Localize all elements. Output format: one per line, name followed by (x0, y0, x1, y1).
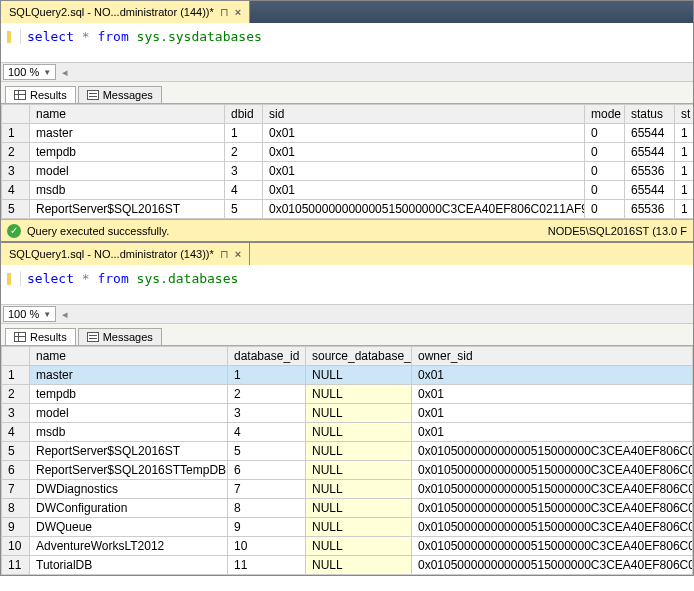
cell-source-db[interactable]: NULL (306, 537, 412, 556)
table-row[interactable]: 5ReportServer$SQL2016ST5NULL0x0105000000… (2, 442, 693, 461)
cell-owner-sid[interactable]: 0x01 (412, 385, 693, 404)
cell-sid[interactable]: 0x01 (263, 143, 585, 162)
cell-owner-sid[interactable]: 0x010500000000000515000000C3CEA40EF806C0… (412, 480, 693, 499)
cell-name[interactable]: tempdb (30, 143, 225, 162)
cell-sid[interactable]: 0x010500000000000515000000C3CEA40EF806C0… (263, 200, 585, 219)
cell-database-id[interactable]: 4 (228, 423, 306, 442)
tab-messages[interactable]: Messages (78, 86, 162, 103)
cell-mode[interactable]: 0 (585, 162, 625, 181)
table-row[interactable]: 4msdb40x010655441 (2, 181, 694, 200)
cell-owner-sid[interactable]: 0x01 (412, 366, 693, 385)
pin-icon[interactable]: ⊓ (220, 6, 229, 19)
cell-name[interactable]: msdb (30, 181, 225, 200)
table-row[interactable]: 3model30x010655361 (2, 162, 694, 181)
col-rownum[interactable] (2, 347, 30, 366)
cell-sid[interactable]: 0x01 (263, 162, 585, 181)
cell-source-db[interactable]: NULL (306, 518, 412, 537)
cell-source-db[interactable]: NULL (306, 556, 412, 575)
cell-status[interactable]: 65536 (625, 162, 675, 181)
table-row[interactable]: 7DWDiagnostics7NULL0x0105000000000005150… (2, 480, 693, 499)
cell-status[interactable]: 65544 (625, 124, 675, 143)
cell-name[interactable]: master (30, 124, 225, 143)
cell-name[interactable]: ReportServer$SQL2016ST (30, 442, 228, 461)
cell-mode[interactable]: 0 (585, 124, 625, 143)
cell-database-id[interactable]: 8 (228, 499, 306, 518)
table-row[interactable]: 4msdb4NULL0x01 (2, 423, 693, 442)
col-owner-sid[interactable]: owner_sid (412, 347, 693, 366)
cell-source-db[interactable]: NULL (306, 404, 412, 423)
cell-name[interactable]: master (30, 366, 228, 385)
cell-mode[interactable]: 0 (585, 200, 625, 219)
cell-st[interactable]: 1 (675, 200, 694, 219)
pane1-tab[interactable]: SQLQuery2.sql - NO...dministrator (144))… (1, 1, 250, 23)
cell-source-db[interactable]: NULL (306, 423, 412, 442)
cell-owner-sid[interactable]: 0x010500000000000515000000C3CEA40EF806C0… (412, 442, 693, 461)
cell-st[interactable]: 1 (675, 143, 694, 162)
cell-st[interactable]: 1 (675, 181, 694, 200)
cell-name[interactable]: AdventureWorksLT2012 (30, 537, 228, 556)
col-database-id[interactable]: database_id (228, 347, 306, 366)
tab-results[interactable]: Results (5, 328, 76, 345)
cell-sid[interactable]: 0x01 (263, 181, 585, 200)
cell-name[interactable]: model (30, 404, 228, 423)
cell-st[interactable]: 1 (675, 162, 694, 181)
table-row[interactable]: 8DWConfiguration8NULL0x01050000000000051… (2, 499, 693, 518)
cell-mode[interactable]: 0 (585, 143, 625, 162)
cell-database-id[interactable]: 9 (228, 518, 306, 537)
col-st[interactable]: st (675, 105, 694, 124)
table-row[interactable]: 10AdventureWorksLT201210NULL0x0105000000… (2, 537, 693, 556)
cell-name[interactable]: TutorialDB (30, 556, 228, 575)
cell-status[interactable]: 65536 (625, 200, 675, 219)
cell-source-db[interactable]: NULL (306, 442, 412, 461)
cell-name[interactable]: DWQueue (30, 518, 228, 537)
pane1-grid[interactable]: name dbid sid mode status st 1master10x0… (1, 104, 693, 219)
cell-source-db[interactable]: NULL (306, 461, 412, 480)
cell-database-id[interactable]: 1 (228, 366, 306, 385)
col-mode[interactable]: mode (585, 105, 625, 124)
zoom-combo[interactable]: 100 % ▼ (3, 306, 56, 322)
cell-source-db[interactable]: NULL (306, 366, 412, 385)
col-rownum[interactable] (2, 105, 30, 124)
cell-source-db[interactable]: NULL (306, 499, 412, 518)
table-row[interactable]: 3model3NULL0x01 (2, 404, 693, 423)
cell-owner-sid[interactable]: 0x01 (412, 423, 693, 442)
cell-name[interactable]: DWDiagnostics (30, 480, 228, 499)
pin-icon[interactable]: ⊓ (220, 248, 229, 261)
cell-name[interactable]: tempdb (30, 385, 228, 404)
close-icon[interactable]: × (235, 248, 241, 260)
cell-st[interactable]: 1 (675, 124, 694, 143)
cell-name[interactable]: ReportServer$SQL2016ST (30, 200, 225, 219)
cell-name[interactable]: model (30, 162, 225, 181)
cell-database-id[interactable]: 7 (228, 480, 306, 499)
cell-sid[interactable]: 0x01 (263, 124, 585, 143)
cell-owner-sid[interactable]: 0x010500000000000515000000C3CEA40EF806C0… (412, 461, 693, 480)
cell-database-id[interactable]: 11 (228, 556, 306, 575)
pane2-tab[interactable]: SQLQuery1.sql - NO...dministrator (143))… (1, 243, 250, 265)
pane2-query-text[interactable]: select * from sys.databases (21, 271, 238, 286)
cell-source-db[interactable]: NULL (306, 480, 412, 499)
cell-dbid[interactable]: 2 (225, 143, 263, 162)
pane2-grid[interactable]: name database_id source_database_id owne… (1, 346, 693, 575)
tab-messages[interactable]: Messages (78, 328, 162, 345)
cell-database-id[interactable]: 5 (228, 442, 306, 461)
cell-owner-sid[interactable]: 0x010500000000000515000000C3CEA40EF806C0… (412, 556, 693, 575)
cell-database-id[interactable]: 6 (228, 461, 306, 480)
cell-dbid[interactable]: 1 (225, 124, 263, 143)
scroll-left-icon[interactable]: ◂ (58, 308, 72, 321)
col-name[interactable]: name (30, 105, 225, 124)
cell-dbid[interactable]: 3 (225, 162, 263, 181)
table-row[interactable]: 11TutorialDB11NULL0x01050000000000051500… (2, 556, 693, 575)
tab-results[interactable]: Results (5, 86, 76, 103)
pane2-editor[interactable]: select * from sys.databases (1, 265, 693, 304)
cell-source-db[interactable]: NULL (306, 385, 412, 404)
pane1-query-text[interactable]: select * from sys.sysdatabases (21, 29, 262, 44)
col-name[interactable]: name (30, 347, 228, 366)
table-row[interactable]: 5ReportServer$SQL2016ST50x01050000000000… (2, 200, 694, 219)
col-source-db[interactable]: source_database_id (306, 347, 412, 366)
col-sid[interactable]: sid (263, 105, 585, 124)
cell-dbid[interactable]: 4 (225, 181, 263, 200)
cell-name[interactable]: msdb (30, 423, 228, 442)
col-status[interactable]: status (625, 105, 675, 124)
cell-name[interactable]: DWConfiguration (30, 499, 228, 518)
table-row[interactable]: 1master10x010655441 (2, 124, 694, 143)
